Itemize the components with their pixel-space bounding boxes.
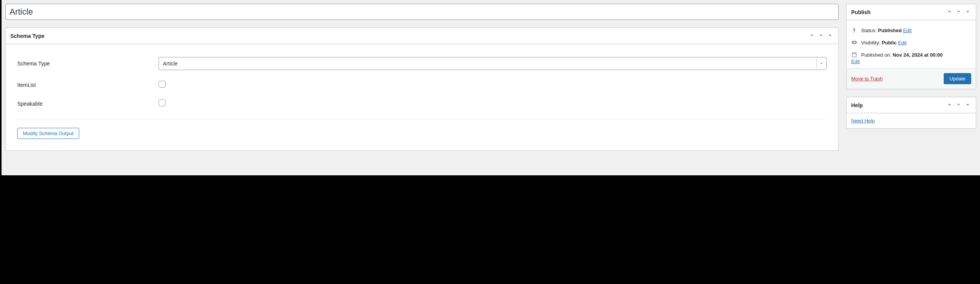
schema-type-box-title: Schema Type — [10, 33, 44, 39]
move-up-icon[interactable] — [808, 32, 815, 40]
move-down-icon[interactable] — [955, 8, 962, 16]
help-box: Help Need Help — [846, 97, 976, 129]
need-help-link[interactable]: Need Help — [851, 118, 875, 124]
move-up-icon[interactable] — [946, 101, 953, 109]
speakable-label: Speakable — [17, 101, 159, 107]
collapse-icon[interactable] — [964, 101, 971, 109]
calendar-icon — [851, 52, 857, 58]
visibility-value: Public — [882, 40, 897, 46]
move-up-icon[interactable] — [946, 8, 953, 16]
status-value: Published — [878, 28, 902, 33]
schema-type-select[interactable]: Article — [159, 57, 827, 70]
status-label: Status: — [861, 28, 878, 33]
published-label: Published on: — [861, 52, 892, 58]
speakable-checkbox[interactable] — [159, 100, 165, 106]
move-to-trash-link[interactable]: Move to Trash — [851, 76, 883, 82]
publish-box: Publish — [846, 4, 976, 89]
published-edit-link[interactable]: Edit — [851, 59, 860, 64]
itemlist-checkbox[interactable] — [159, 81, 165, 88]
collapse-icon[interactable] — [964, 8, 971, 16]
divider — [17, 119, 827, 119]
collapse-icon[interactable] — [827, 32, 834, 40]
eye-icon — [851, 39, 857, 46]
move-down-icon[interactable] — [818, 32, 824, 40]
help-box-title: Help — [851, 102, 863, 108]
itemlist-label: ItemList — [17, 82, 159, 88]
move-down-icon[interactable] — [955, 101, 962, 109]
publish-box-title: Publish — [851, 9, 871, 15]
status-edit-link[interactable]: Edit — [903, 28, 912, 33]
visibility-label: Visibility: — [861, 40, 882, 46]
modify-schema-output-button[interactable]: Modify Schema Output — [17, 128, 79, 139]
schema-type-label: Schema Type — [17, 60, 159, 67]
update-button[interactable]: Update — [944, 73, 971, 84]
published-value: Nov 24, 2024 at 00:00 — [892, 52, 943, 58]
visibility-edit-link[interactable]: Edit — [898, 40, 907, 46]
title-input[interactable] — [5, 4, 839, 20]
schema-type-box: Schema Type Schema Type — [5, 28, 839, 151]
key-icon — [851, 27, 857, 33]
